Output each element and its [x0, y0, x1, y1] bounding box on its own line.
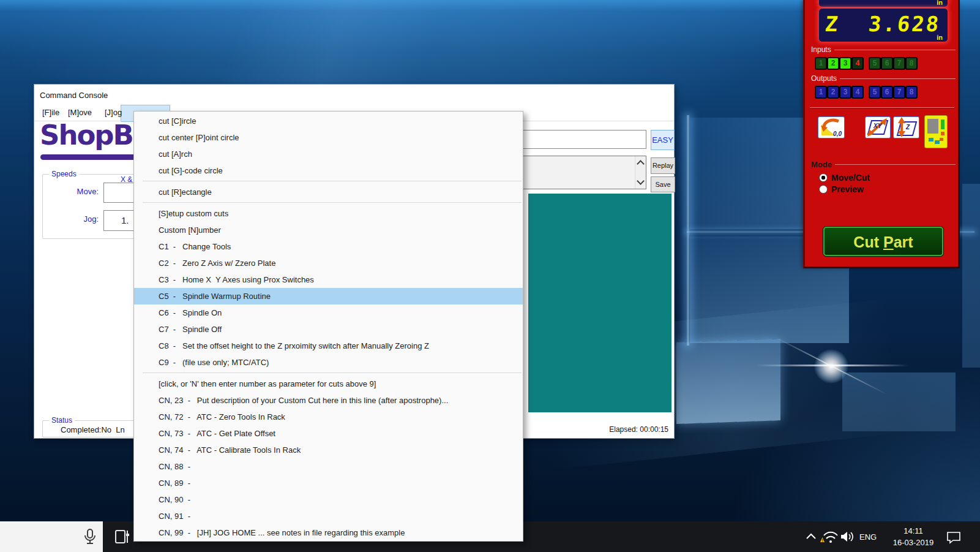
- menu-item[interactable]: [click, or 'N' then enter number as para…: [134, 376, 523, 392]
- clock[interactable]: 14:11 16-03-2019: [885, 525, 941, 548]
- menu-item[interactable]: C6 - Spindle On: [134, 304, 523, 321]
- output-led: 4: [851, 86, 864, 99]
- mode-option-move-cut[interactable]: Move/Cut: [819, 173, 870, 183]
- inputs-label: Inputs: [811, 45, 956, 54]
- keypad-icon: [925, 116, 947, 148]
- menu-item[interactable]: C8 - Set the offset height to the Z prxo…: [134, 338, 523, 354]
- replay-button[interactable]: Replay: [651, 157, 675, 174]
- desktop: Command Console [F]ile[M]ove[J]og ShopBo…: [0, 0, 980, 552]
- input-led: 1: [815, 57, 827, 70]
- move-z-button[interactable]: Z: [893, 116, 919, 138]
- menu-item[interactable]: CN, 74 - ATC - Calibrate Tools In Rack: [134, 442, 523, 458]
- z-axis-value: 3.628: [867, 12, 942, 36]
- menu-item[interactable]: CN, 91 -: [134, 508, 523, 524]
- input-led: 3: [839, 57, 851, 70]
- outputs-label: Outputs: [811, 74, 956, 83]
- mode-option-preview[interactable]: Preview: [819, 184, 864, 194]
- output-led: 3: [839, 86, 851, 99]
- menu-separator: [143, 372, 522, 373]
- menu-item[interactable]: C3 - Home X Y Axes using Prox Switches: [134, 271, 523, 288]
- menu-separator: [143, 181, 522, 181]
- z-axis-letter: Z: [824, 12, 839, 36]
- menu-bar-item[interactable]: [J]og: [102, 106, 125, 119]
- input-led: 5: [869, 57, 881, 70]
- radio-unselected-icon[interactable]: [819, 185, 828, 194]
- microphone-icon[interactable]: [83, 528, 97, 546]
- axis-display-partial: in: [819, 0, 948, 7]
- panel-divider: [810, 107, 954, 108]
- wallpaper-window-pane: [962, 184, 980, 368]
- menu-item[interactable]: C9 - (file use only; MTC/ATC): [134, 354, 523, 371]
- mode-legend: Mode: [811, 160, 956, 169]
- combo-scrollbar[interactable]: [635, 156, 646, 189]
- menu-item[interactable]: CN, 99 - [JH] JOG HOME ... see notes in …: [134, 524, 523, 541]
- inputs-led-row: 12345678: [815, 57, 918, 70]
- menu-item[interactable]: cut [A]rch: [134, 146, 523, 162]
- output-led: 8: [905, 86, 918, 99]
- status-legend: Status: [49, 416, 75, 425]
- input-led: 4: [851, 57, 864, 70]
- search-box[interactable]: [0, 521, 103, 552]
- save-button[interactable]: Save: [651, 176, 675, 192]
- cut-part-button[interactable]: Cut Part: [823, 227, 943, 256]
- window-title: Command Console: [40, 91, 108, 100]
- menu-item[interactable]: CN, 90 -: [134, 491, 523, 508]
- wallpaper-window-pane: [676, 339, 780, 424]
- keypad-button[interactable]: [924, 115, 948, 148]
- axis-unit-label: in: [937, 0, 943, 6]
- menu-item[interactable]: CN, 72 - ATC - Zero Tools In Rack: [134, 409, 523, 425]
- language-indicator[interactable]: ENG: [859, 521, 877, 552]
- menu-item[interactable]: Custom [N]umber: [134, 222, 523, 238]
- goto-origin-button[interactable]: 0,0: [818, 116, 845, 138]
- output-led: 5: [869, 86, 881, 99]
- menu-item[interactable]: CN, 89 -: [134, 475, 523, 491]
- jog-label: Jog:: [69, 214, 99, 224]
- menu-item[interactable]: cut [R]ectangle: [134, 184, 523, 200]
- menu-item[interactable]: CN, 73 - ATC - Get Plate Offset: [134, 425, 523, 442]
- input-led: 8: [905, 57, 918, 70]
- input-led: 7: [893, 57, 905, 70]
- status-text: Completed:No Ln: [61, 425, 125, 434]
- menu-item[interactable]: [S]etup custom cuts: [134, 205, 523, 222]
- led-group-gap: [864, 57, 869, 70]
- move-label: Move:: [69, 187, 99, 196]
- output-led: 6: [881, 86, 893, 99]
- wallpaper-window-pane: [842, 372, 956, 431]
- scroll-down-icon[interactable]: [637, 177, 645, 185]
- menu-item[interactable]: C5 - Spindle Warmup Routine: [134, 288, 523, 304]
- menu-item[interactable]: C2 - Zero Z Axis w/ Zzero Plate: [134, 255, 523, 271]
- output-led: 7: [893, 86, 905, 99]
- z-axis-display: Z 3.628 in: [819, 9, 948, 42]
- led-group-gap: [864, 86, 869, 99]
- menu-item[interactable]: C7 - Spindle Off: [134, 321, 523, 338]
- cuts-dropdown-menu: cut [C]irclecut center [P]oint circlecut…: [133, 111, 523, 542]
- wallpaper-pane-edge: [687, 115, 689, 346]
- wifi-warning-icon[interactable]: [820, 529, 839, 544]
- clock-time: 14:11: [885, 525, 941, 537]
- menu-item[interactable]: cut center [P]oint circle: [134, 129, 523, 146]
- menu-item[interactable]: CN, 88 -: [134, 458, 523, 475]
- menu-item[interactable]: cut [C]ircle: [134, 113, 523, 129]
- menu-item[interactable]: CN, 23 - Put description of your Custom …: [134, 392, 523, 409]
- menu-item[interactable]: cut [G]-code circle: [134, 162, 523, 179]
- menu-item[interactable]: C1 - Change Tools: [134, 238, 523, 255]
- taskbar-app-icon[interactable]: [114, 529, 130, 545]
- output-led: 2: [827, 86, 839, 99]
- menu-separator: [143, 202, 522, 203]
- clock-date: 16-03-2019: [885, 537, 941, 548]
- menu-bar-item[interactable]: [F]ile: [39, 106, 62, 119]
- position-panel: in Z 3.628 in Inputs 12345678 Outputs 12…: [803, 0, 960, 268]
- chevron-up-icon[interactable]: [806, 532, 817, 540]
- move-xy-button[interactable]: XY: [865, 116, 891, 138]
- radio-selected-icon[interactable]: [819, 173, 828, 182]
- speaker-icon[interactable]: [840, 531, 856, 543]
- input-led: 6: [881, 57, 893, 70]
- output-led: 1: [815, 86, 827, 99]
- easy-button[interactable]: EASY: [651, 130, 675, 150]
- elapsed-time: Elapsed: 00:00:15: [609, 425, 668, 434]
- z-axis-unit-label: in: [937, 34, 943, 41]
- menu-bar-item[interactable]: [M]ove: [65, 106, 95, 119]
- action-center-icon[interactable]: [946, 531, 962, 544]
- scroll-up-icon[interactable]: [637, 160, 645, 168]
- preview-display-area: [528, 194, 671, 412]
